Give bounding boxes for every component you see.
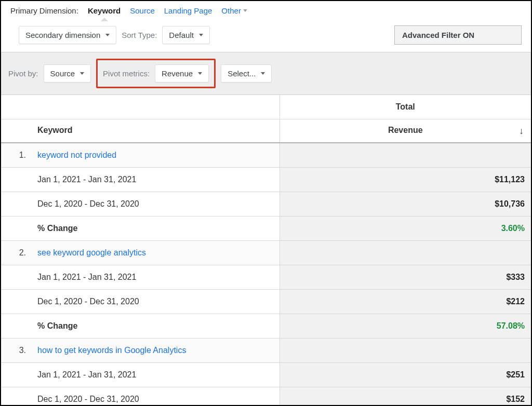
subrow-label: % Change — [31, 314, 280, 339]
subrow-label: % Change — [31, 216, 280, 241]
primary-dimension-tabs: Primary Dimension: Keyword Source Landin… — [1, 1, 531, 18]
revenue-cell — [280, 143, 531, 168]
subrow-value: $333 — [280, 265, 531, 290]
advanced-filter-label: Advanced Filter ON — [402, 31, 474, 39]
pivot-metrics-highlight: Pivot metrics: Revenue — [96, 59, 216, 88]
row-index: 2. — [1, 241, 31, 265]
row-index: 3. — [1, 339, 31, 363]
primary-dimension-label: Primary Dimension: — [10, 6, 78, 15]
pivot-select-dropdown[interactable]: Select... — [221, 64, 272, 83]
tab-landing-page[interactable]: Landing Page — [164, 6, 212, 15]
tab-source[interactable]: Source — [130, 6, 155, 15]
subrow-value: $10,736 — [280, 192, 531, 216]
chevron-down-icon — [80, 72, 84, 75]
pivot-row: Pivot by: Source Pivot metrics: Revenue … — [1, 52, 531, 95]
sort-type-value: Default — [169, 31, 194, 39]
sort-desc-icon: ↓ — [519, 126, 524, 137]
keyword-link[interactable]: how to get keywords in Google Analytics — [37, 346, 186, 355]
subrow-label: Dec 1, 2020 - Dec 31, 2020 — [31, 290, 280, 314]
subrow-value: $251 — [280, 363, 531, 387]
pivot-metrics-label: Pivot metrics: — [103, 69, 150, 78]
keyword-link[interactable]: keyword not provided — [37, 151, 116, 159]
chevron-down-icon — [243, 9, 247, 12]
chevron-down-icon — [198, 72, 202, 75]
pivot-by-value: Source — [50, 69, 75, 78]
subrow-label: Jan 1, 2021 - Jan 31, 2021 — [31, 363, 280, 387]
subrow-label: Jan 1, 2021 - Jan 31, 2021 — [31, 265, 280, 290]
row-index: 1. — [1, 143, 31, 168]
column-total-header: Total — [280, 95, 531, 119]
subrow-label: Dec 1, 2020 - Dec 31, 2020 — [31, 387, 280, 407]
pivot-metrics-dropdown[interactable]: Revenue — [155, 64, 209, 83]
column-keyword-header[interactable]: Keyword — [31, 119, 280, 143]
tab-other[interactable]: Other — [221, 6, 247, 15]
pivot-metrics-value: Revenue — [162, 69, 193, 78]
chevron-down-icon — [105, 34, 110, 36]
subrow-value: 57.08% — [280, 314, 531, 339]
subrow-value: $212 — [280, 290, 531, 314]
subrow-label: Jan 1, 2021 - Jan 31, 2021 — [31, 168, 280, 192]
keyword-link[interactable]: see keyword google analytics — [37, 248, 146, 257]
controls-row: Secondary dimension Sort Type: Default A… — [1, 18, 531, 52]
report-table: Total Keyword Revenue ↓ 1.keyword not pr… — [1, 95, 531, 406]
tab-other-label: Other — [221, 6, 241, 15]
subrow-label: Dec 1, 2020 - Dec 31, 2020 — [31, 192, 280, 216]
pivot-by-dropdown[interactable]: Source — [44, 64, 91, 83]
sort-type-label: Sort Type: — [122, 31, 157, 39]
advanced-filter-button[interactable]: Advanced Filter ON — [394, 25, 522, 45]
pivot-by-label: Pivot by: — [8, 69, 38, 78]
tab-keyword[interactable]: Keyword — [88, 6, 121, 15]
secondary-dimension-dropdown[interactable]: Secondary dimension — [19, 26, 116, 44]
sort-type-dropdown[interactable]: Default — [162, 26, 210, 44]
chevron-down-icon — [199, 34, 203, 36]
column-revenue-label: Revenue — [388, 126, 423, 134]
pivot-select-label: Select... — [228, 69, 256, 78]
revenue-cell — [280, 339, 531, 363]
secondary-dimension-label: Secondary dimension — [25, 31, 100, 39]
chevron-down-icon — [261, 72, 265, 75]
subrow-value: $152 — [280, 387, 531, 407]
column-revenue-header[interactable]: Revenue ↓ — [280, 119, 531, 143]
subrow-value: $11,123 — [280, 168, 531, 192]
subrow-value: 3.60% — [280, 216, 531, 241]
revenue-cell — [280, 241, 531, 265]
